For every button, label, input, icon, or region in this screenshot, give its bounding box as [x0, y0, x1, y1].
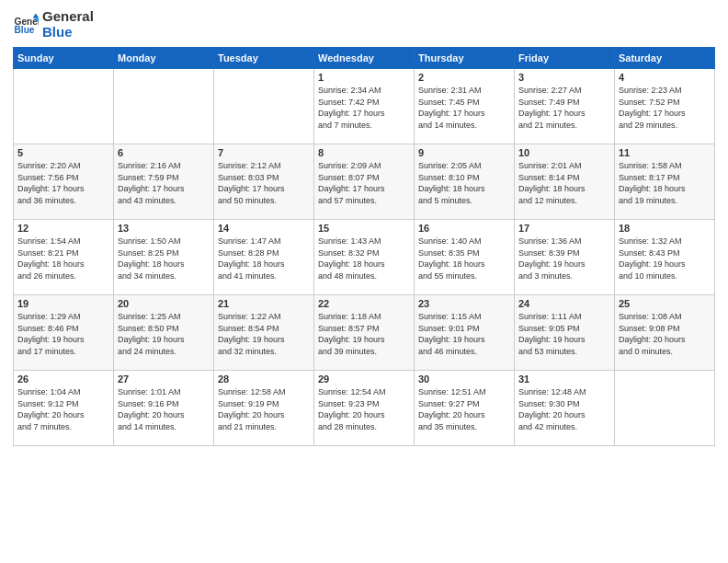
day-info: Sunrise: 2:31 AM Sunset: 7:45 PM Dayligh… — [418, 85, 510, 131]
day-info: Sunrise: 1:29 AM Sunset: 8:46 PM Dayligh… — [17, 311, 109, 357]
day-cell: 9Sunrise: 2:05 AM Sunset: 8:10 PM Daylig… — [415, 144, 515, 220]
day-cell: 26Sunrise: 1:04 AM Sunset: 9:12 PM Dayli… — [14, 371, 114, 446]
day-info: Sunrise: 1:40 AM Sunset: 8:35 PM Dayligh… — [418, 236, 510, 282]
day-cell: 15Sunrise: 1:43 AM Sunset: 8:32 PM Dayli… — [314, 220, 415, 295]
day-header-tuesday: Tuesday — [214, 48, 314, 69]
day-cell: 30Sunrise: 12:51 AM Sunset: 9:27 PM Dayl… — [415, 371, 515, 446]
day-number: 28 — [218, 373, 310, 385]
week-row-4: 19Sunrise: 1:29 AM Sunset: 8:46 PM Dayli… — [14, 295, 715, 371]
logo-icon: General Blue — [13, 12, 39, 38]
day-info: Sunrise: 12:48 AM Sunset: 9:30 PM Daylig… — [518, 386, 610, 432]
day-info: Sunrise: 12:54 AM Sunset: 9:23 PM Daylig… — [318, 386, 410, 432]
day-cell: 21Sunrise: 1:22 AM Sunset: 8:54 PM Dayli… — [214, 295, 314, 371]
day-cell: 13Sunrise: 1:50 AM Sunset: 8:25 PM Dayli… — [114, 220, 214, 295]
day-header-sunday: Sunday — [14, 48, 114, 69]
day-info: Sunrise: 2:09 AM Sunset: 8:07 PM Dayligh… — [318, 160, 410, 206]
day-number: 3 — [518, 72, 610, 83]
day-number: 31 — [518, 373, 610, 385]
day-number: 16 — [418, 223, 510, 234]
day-number: 25 — [619, 298, 711, 309]
day-number: 27 — [118, 373, 210, 385]
day-info: Sunrise: 2:20 AM Sunset: 7:56 PM Dayligh… — [17, 160, 109, 206]
day-number: 15 — [318, 223, 410, 234]
day-cell: 20Sunrise: 1:25 AM Sunset: 8:50 PM Dayli… — [114, 295, 214, 371]
day-cell: 5Sunrise: 2:20 AM Sunset: 7:56 PM Daylig… — [14, 144, 114, 220]
day-cell: 29Sunrise: 12:54 AM Sunset: 9:23 PM Dayl… — [314, 371, 415, 446]
day-number: 21 — [218, 298, 310, 309]
day-info: Sunrise: 12:51 AM Sunset: 9:27 PM Daylig… — [418, 386, 510, 432]
day-info: Sunrise: 1:18 AM Sunset: 8:57 PM Dayligh… — [318, 311, 410, 357]
day-info: Sunrise: 1:54 AM Sunset: 8:21 PM Dayligh… — [17, 236, 109, 282]
svg-text:Blue: Blue — [15, 25, 35, 35]
day-header-monday: Monday — [114, 48, 214, 69]
day-number: 26 — [17, 373, 109, 385]
day-number: 9 — [418, 147, 510, 158]
day-info: Sunrise: 1:25 AM Sunset: 8:50 PM Dayligh… — [118, 311, 210, 357]
day-number: 4 — [619, 72, 711, 83]
day-number: 29 — [318, 373, 410, 385]
day-cell: 24Sunrise: 1:11 AM Sunset: 9:05 PM Dayli… — [515, 295, 615, 371]
day-info: Sunrise: 1:47 AM Sunset: 8:28 PM Dayligh… — [218, 236, 310, 282]
day-cell — [615, 371, 715, 446]
calendar-table: SundayMondayTuesdayWednesdayThursdayFrid… — [13, 47, 715, 446]
day-number: 8 — [318, 147, 410, 158]
day-cell: 2Sunrise: 2:31 AM Sunset: 7:45 PM Daylig… — [415, 69, 515, 144]
svg-marker-2 — [33, 13, 39, 17]
day-cell: 31Sunrise: 12:48 AM Sunset: 9:30 PM Dayl… — [515, 371, 615, 446]
day-number: 2 — [418, 72, 510, 83]
day-info: Sunrise: 1:01 AM Sunset: 9:16 PM Dayligh… — [118, 386, 210, 432]
day-cell — [214, 69, 314, 144]
day-cell: 4Sunrise: 2:23 AM Sunset: 7:52 PM Daylig… — [615, 69, 715, 144]
day-number: 30 — [418, 373, 510, 385]
day-info: Sunrise: 2:01 AM Sunset: 8:14 PM Dayligh… — [518, 160, 610, 206]
day-cell: 11Sunrise: 1:58 AM Sunset: 8:17 PM Dayli… — [615, 144, 715, 220]
day-info: Sunrise: 2:27 AM Sunset: 7:49 PM Dayligh… — [518, 85, 610, 131]
day-info: Sunrise: 2:34 AM Sunset: 7:42 PM Dayligh… — [318, 85, 410, 131]
day-cell: 14Sunrise: 1:47 AM Sunset: 8:28 PM Dayli… — [214, 220, 314, 295]
day-number: 20 — [118, 298, 210, 309]
day-cell: 17Sunrise: 1:36 AM Sunset: 8:39 PM Dayli… — [515, 220, 615, 295]
day-info: Sunrise: 12:58 AM Sunset: 9:19 PM Daylig… — [218, 386, 310, 432]
day-number: 7 — [218, 147, 310, 158]
day-number: 14 — [218, 223, 310, 234]
day-info: Sunrise: 1:43 AM Sunset: 8:32 PM Dayligh… — [318, 236, 410, 282]
day-number: 13 — [118, 223, 210, 234]
day-info: Sunrise: 1:50 AM Sunset: 8:25 PM Dayligh… — [118, 236, 210, 282]
day-number: 12 — [17, 223, 109, 234]
week-row-1: 1Sunrise: 2:34 AM Sunset: 7:42 PM Daylig… — [14, 69, 715, 144]
logo-general: General — [42, 9, 94, 25]
day-info: Sunrise: 1:15 AM Sunset: 9:01 PM Dayligh… — [418, 311, 510, 357]
day-number: 11 — [619, 147, 711, 158]
day-cell: 19Sunrise: 1:29 AM Sunset: 8:46 PM Dayli… — [14, 295, 114, 371]
day-header-friday: Friday — [515, 48, 615, 69]
day-info: Sunrise: 2:12 AM Sunset: 8:03 PM Dayligh… — [218, 160, 310, 206]
day-cell: 28Sunrise: 12:58 AM Sunset: 9:19 PM Dayl… — [214, 371, 314, 446]
day-cell — [114, 69, 214, 144]
day-info: Sunrise: 1:11 AM Sunset: 9:05 PM Dayligh… — [518, 311, 610, 357]
calendar-page: General Blue General Blue SundayMondayTu… — [0, 0, 728, 563]
day-info: Sunrise: 2:16 AM Sunset: 7:59 PM Dayligh… — [118, 160, 210, 206]
week-row-2: 5Sunrise: 2:20 AM Sunset: 7:56 PM Daylig… — [14, 144, 715, 220]
day-cell: 25Sunrise: 1:08 AM Sunset: 9:08 PM Dayli… — [615, 295, 715, 371]
day-info: Sunrise: 1:58 AM Sunset: 8:17 PM Dayligh… — [619, 160, 711, 206]
day-info: Sunrise: 1:08 AM Sunset: 9:08 PM Dayligh… — [619, 311, 711, 357]
day-cell: 6Sunrise: 2:16 AM Sunset: 7:59 PM Daylig… — [114, 144, 214, 220]
logo-blue: Blue — [42, 25, 94, 40]
logo: General Blue General Blue — [13, 9, 94, 40]
day-number: 5 — [17, 147, 109, 158]
day-cell: 27Sunrise: 1:01 AM Sunset: 9:16 PM Dayli… — [114, 371, 214, 446]
day-cell: 22Sunrise: 1:18 AM Sunset: 8:57 PM Dayli… — [314, 295, 415, 371]
week-row-3: 12Sunrise: 1:54 AM Sunset: 8:21 PM Dayli… — [14, 220, 715, 295]
day-cell — [14, 69, 114, 144]
day-number: 1 — [318, 72, 410, 83]
day-number: 22 — [318, 298, 410, 309]
week-row-5: 26Sunrise: 1:04 AM Sunset: 9:12 PM Dayli… — [14, 371, 715, 446]
day-info: Sunrise: 1:32 AM Sunset: 8:43 PM Dayligh… — [619, 236, 711, 282]
day-info: Sunrise: 1:36 AM Sunset: 8:39 PM Dayligh… — [518, 236, 610, 282]
day-number: 19 — [17, 298, 109, 309]
day-cell: 8Sunrise: 2:09 AM Sunset: 8:07 PM Daylig… — [314, 144, 415, 220]
day-info: Sunrise: 2:05 AM Sunset: 8:10 PM Dayligh… — [418, 160, 510, 206]
day-number: 18 — [619, 223, 711, 234]
day-header-thursday: Thursday — [415, 48, 515, 69]
day-header-wednesday: Wednesday — [314, 48, 415, 69]
